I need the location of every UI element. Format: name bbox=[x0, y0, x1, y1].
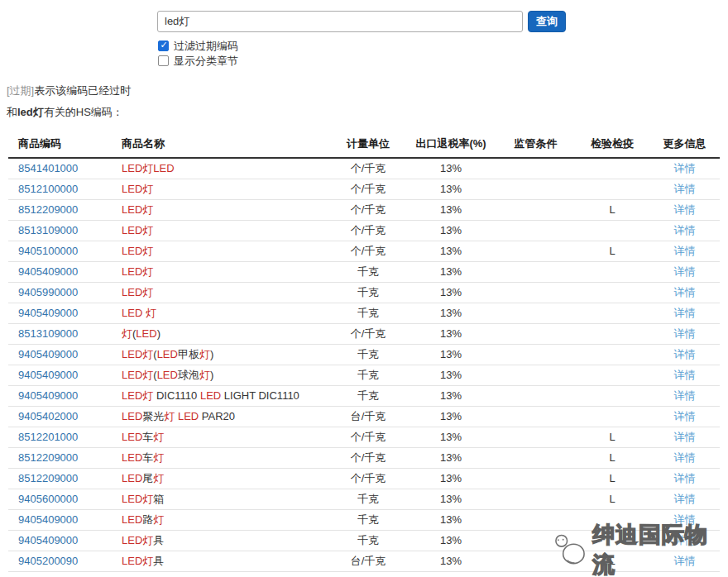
product-name: LED灯LED bbox=[112, 158, 331, 179]
unit-cell: 千克 bbox=[331, 489, 405, 509]
product-name: LED灯(LED甲板灯) bbox=[112, 344, 331, 365]
filter-options: 过滤过期编码 显示分类章节 bbox=[158, 39, 238, 69]
hs-code-link[interactable]: 8512201000 bbox=[18, 431, 78, 443]
quarantine-cell: L bbox=[575, 199, 649, 220]
hs-code-link[interactable]: 9405409000 bbox=[18, 389, 78, 402]
quarantine-cell bbox=[575, 406, 649, 427]
table-row: 9405100000LED灯个/千克13%L详情 bbox=[8, 241, 720, 261]
unit-cell: 台/千克 bbox=[331, 551, 405, 571]
rebate-cell: 13% bbox=[405, 551, 496, 571]
column-header-unit: 计量单位 bbox=[331, 132, 405, 158]
supervision-cell bbox=[496, 344, 575, 365]
search-input[interactable] bbox=[157, 11, 523, 32]
rebate-cell: 13% bbox=[405, 427, 496, 447]
detail-link[interactable]: 详情 bbox=[674, 286, 696, 298]
detail-link[interactable]: 详情 bbox=[674, 348, 696, 360]
hs-code-link[interactable]: 8512100000 bbox=[18, 183, 78, 195]
quarantine-cell: L bbox=[575, 241, 649, 261]
results-summary-prefix: 和 bbox=[7, 106, 17, 118]
unit-cell: 个/千克 bbox=[331, 323, 405, 344]
table-row: 9405409000LED灯 DIC1110 LED LIGHT DIC1110… bbox=[8, 385, 720, 406]
product-name: LED灯 bbox=[112, 261, 331, 282]
column-header-code: 商品编码 bbox=[8, 132, 112, 158]
supervision-cell bbox=[496, 427, 575, 447]
hs-code-link[interactable]: 8541401000 bbox=[18, 162, 78, 174]
detail-link[interactable]: 详情 bbox=[674, 265, 696, 278]
product-name: LED灯具 bbox=[112, 530, 331, 551]
quarantine-cell: L bbox=[575, 427, 649, 447]
hs-code-link[interactable]: 9405200090 bbox=[18, 555, 78, 567]
expired-tag: [过期] bbox=[7, 84, 34, 97]
hs-code-table: 商品编码商品名称计量单位出口退税率(%)监管条件检验检疫更多信息 8541401… bbox=[8, 132, 720, 572]
expired-code-note: [过期]表示该编码已经过时 bbox=[7, 83, 131, 98]
quarantine-cell: L bbox=[575, 468, 649, 489]
unit-cell: 个/千克 bbox=[331, 158, 405, 179]
detail-link[interactable]: 详情 bbox=[674, 369, 696, 381]
filter-chapters-label: 显示分类章节 bbox=[174, 54, 238, 69]
hs-code-link[interactable]: 8512209000 bbox=[18, 203, 78, 216]
rebate-cell: 13% bbox=[405, 468, 496, 489]
detail-link[interactable]: 详情 bbox=[674, 472, 696, 484]
supervision-cell bbox=[496, 489, 575, 509]
rebate-cell: 13% bbox=[405, 323, 496, 344]
table-row: 9405409000LED灯(LED甲板灯)千克13%详情 bbox=[8, 344, 720, 365]
quarantine-cell bbox=[575, 158, 649, 179]
product-name: LED车灯 bbox=[112, 447, 331, 468]
product-name: LED尾灯 bbox=[112, 468, 331, 489]
detail-link[interactable]: 详情 bbox=[674, 389, 696, 402]
detail-link[interactable]: 详情 bbox=[674, 534, 696, 546]
hs-code-link[interactable]: 9405402000 bbox=[18, 410, 78, 422]
detail-link[interactable]: 详情 bbox=[674, 513, 696, 526]
column-header-quarantine: 检验检疫 bbox=[575, 132, 649, 158]
detail-link[interactable]: 详情 bbox=[674, 493, 696, 505]
hs-code-link[interactable]: 9405409000 bbox=[18, 513, 78, 526]
detail-link[interactable]: 详情 bbox=[674, 245, 696, 257]
filter-chapters-checkbox[interactable] bbox=[158, 55, 169, 66]
detail-link[interactable]: 详情 bbox=[674, 431, 696, 443]
hs-code-link[interactable]: 8513109000 bbox=[18, 224, 78, 236]
detail-link[interactable]: 详情 bbox=[674, 327, 696, 340]
detail-link[interactable]: 详情 bbox=[674, 307, 696, 319]
hs-code-link[interactable]: 9405409000 bbox=[18, 265, 78, 278]
filter-show-chapters[interactable]: 显示分类章节 bbox=[158, 54, 238, 68]
hs-code-link[interactable]: 9405409000 bbox=[18, 534, 78, 546]
hs-code-link[interactable]: 9405409000 bbox=[18, 348, 78, 360]
unit-cell: 千克 bbox=[331, 530, 405, 551]
hs-code-link[interactable]: 8512209000 bbox=[18, 451, 78, 464]
filter-expired-codes[interactable]: 过滤过期编码 bbox=[158, 39, 238, 53]
quarantine-cell: L bbox=[575, 551, 649, 571]
rebate-cell: 13% bbox=[405, 179, 496, 199]
detail-link[interactable]: 详情 bbox=[674, 451, 696, 464]
unit-cell: 千克 bbox=[331, 261, 405, 282]
table-header-row: 商品编码商品名称计量单位出口退税率(%)监管条件检验检疫更多信息 bbox=[8, 132, 720, 158]
detail-link[interactable]: 详情 bbox=[674, 555, 696, 567]
supervision-cell bbox=[496, 261, 575, 282]
rebate-cell: 13% bbox=[405, 406, 496, 427]
hs-code-link[interactable]: 9405100000 bbox=[18, 245, 78, 257]
query-button[interactable]: 查询 bbox=[528, 11, 566, 32]
detail-link[interactable]: 详情 bbox=[674, 162, 696, 174]
detail-link[interactable]: 详情 bbox=[674, 183, 696, 195]
quarantine-cell bbox=[575, 509, 649, 530]
detail-link[interactable]: 详情 bbox=[674, 203, 696, 216]
hs-code-link[interactable]: 9405409000 bbox=[18, 307, 78, 319]
table-row: 8513109000LED灯个/千克13%详情 bbox=[8, 220, 720, 241]
quarantine-cell bbox=[575, 179, 649, 199]
quarantine-cell: L bbox=[575, 447, 649, 468]
hs-code-link[interactable]: 8513109000 bbox=[18, 327, 78, 340]
supervision-cell bbox=[496, 158, 575, 179]
hs-code-link[interactable]: 9405409000 bbox=[18, 369, 78, 381]
product-name: LED灯 bbox=[112, 241, 331, 261]
detail-link[interactable]: 详情 bbox=[674, 224, 696, 236]
unit-cell: 千克 bbox=[331, 344, 405, 365]
detail-link[interactable]: 详情 bbox=[674, 410, 696, 422]
product-name: LED灯 bbox=[112, 282, 331, 303]
hs-code-link[interactable]: 9405600000 bbox=[18, 493, 78, 505]
filter-expired-checkbox[interactable] bbox=[158, 41, 169, 51]
table-row: 9405600000LED灯箱千克13%L详情 bbox=[8, 489, 720, 509]
quarantine-cell bbox=[575, 220, 649, 241]
table-row: 8512201000LED车灯个/千克13%L详情 bbox=[8, 427, 720, 447]
hs-code-link[interactable]: 9405990000 bbox=[18, 286, 78, 298]
hs-code-link[interactable]: 8512209000 bbox=[18, 472, 78, 484]
table-row: 8512209000LED尾灯个/千克13%L详情 bbox=[8, 468, 720, 489]
